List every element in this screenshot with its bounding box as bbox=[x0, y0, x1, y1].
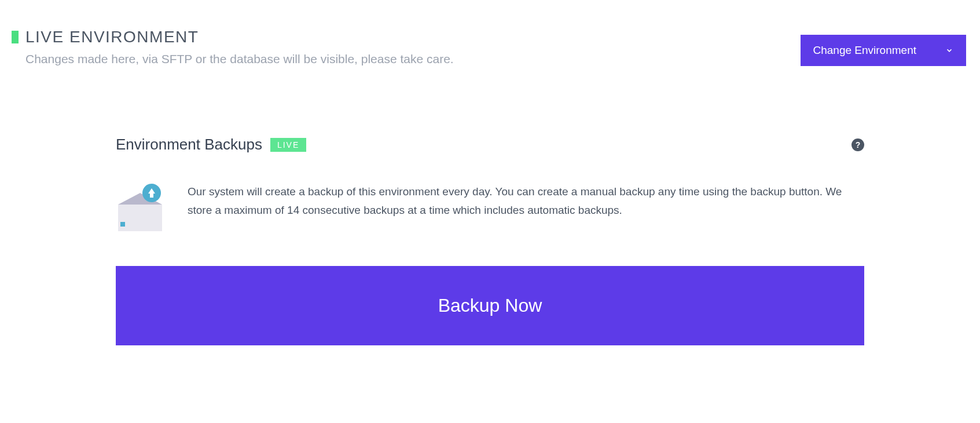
title-row: LIVE ENVIRONMENT bbox=[12, 28, 454, 46]
info-row: Our system will create a backup of this … bbox=[116, 183, 864, 231]
page-title: LIVE ENVIRONMENT bbox=[25, 28, 199, 46]
section-title: Environment Backups bbox=[116, 136, 262, 154]
live-indicator-icon bbox=[12, 31, 19, 43]
backup-icon bbox=[116, 183, 164, 231]
help-symbol: ? bbox=[856, 140, 861, 149]
svg-rect-0 bbox=[118, 205, 162, 231]
chevron-down-icon bbox=[945, 46, 953, 54]
content-area: Environment Backups LIVE ? Our system wi… bbox=[0, 66, 980, 345]
change-environment-button[interactable]: Change Environment bbox=[801, 35, 967, 66]
info-text: Our system will create a backup of this … bbox=[188, 183, 864, 220]
header-left: LIVE ENVIRONMENT Changes made here, via … bbox=[12, 28, 454, 66]
page-subtitle: Changes made here, via SFTP or the datab… bbox=[25, 52, 454, 66]
help-icon[interactable]: ? bbox=[851, 138, 864, 151]
svg-rect-5 bbox=[150, 193, 153, 198]
change-environment-label: Change Environment bbox=[813, 44, 917, 57]
backup-now-button[interactable]: Backup Now bbox=[116, 266, 864, 345]
section-header: Environment Backups LIVE ? bbox=[116, 136, 864, 154]
page-header: LIVE ENVIRONMENT Changes made here, via … bbox=[0, 0, 980, 66]
section-title-row: Environment Backups LIVE bbox=[116, 136, 306, 154]
backup-now-label: Backup Now bbox=[438, 295, 542, 316]
live-badge: LIVE bbox=[270, 138, 306, 152]
svg-rect-2 bbox=[120, 222, 125, 227]
